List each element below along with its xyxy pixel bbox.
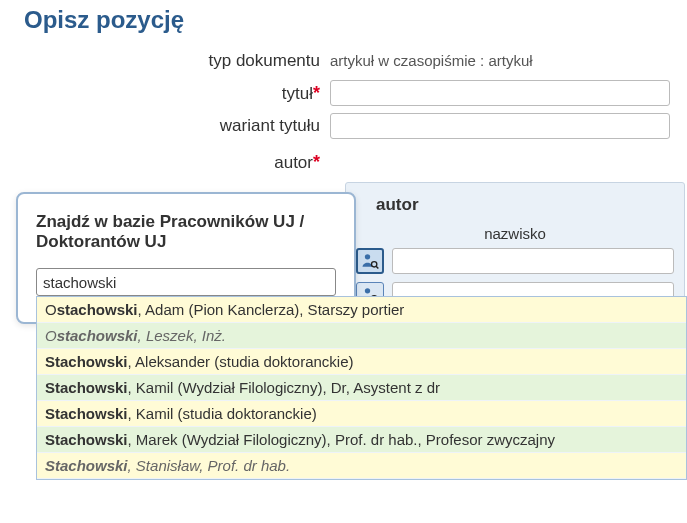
required-mark: * [313, 83, 320, 103]
author-panel-heading: autor [356, 191, 674, 225]
svg-point-0 [365, 254, 370, 259]
autocomplete-list: Ostachowski, Adam (Pion Kanclerza), Star… [36, 296, 687, 480]
label-title: tytuł [282, 84, 313, 103]
author-subhead-surname: nazwisko [356, 225, 674, 248]
autocomplete-item[interactable]: Stachowski, Kamil (Wydział Filologiczny)… [37, 375, 686, 401]
svg-point-1 [372, 262, 377, 267]
autocomplete-item[interactable]: Stachowski, Aleksander (studia doktoranc… [37, 349, 686, 375]
label-title-variant: wariant tytułu [0, 113, 330, 139]
person-search-button[interactable] [356, 248, 384, 274]
svg-point-3 [365, 288, 370, 293]
autocomplete-item[interactable]: Stachowski, Stanisław, Prof. dr hab. [37, 453, 686, 479]
title-variant-input[interactable] [330, 113, 670, 139]
page-title: Opisz pozycję [0, 0, 687, 48]
svg-line-2 [376, 266, 378, 268]
lookup-title: Znajdź w bazie Pracowników UJ / Doktoran… [36, 212, 336, 252]
required-mark: * [313, 152, 320, 172]
autocomplete-item[interactable]: Ostachowski, Adam (Pion Kanclerza), Star… [37, 297, 686, 323]
autocomplete-item[interactable]: Stachowski, Kamil (studia doktoranckie) [37, 401, 686, 427]
author-surname-input-1[interactable] [392, 248, 674, 274]
label-doc-type: typ dokumentu [0, 48, 330, 74]
label-author: autor [274, 153, 313, 172]
autocomplete-item[interactable]: Ostachowski, Leszek, Inż. [37, 323, 686, 349]
title-input[interactable] [330, 80, 670, 106]
autocomplete-item[interactable]: Stachowski, Marek (Wydział Filologiczny)… [37, 427, 686, 453]
lookup-input[interactable] [36, 268, 336, 296]
person-search-icon [360, 251, 380, 271]
value-doc-type: artykuł w czasopiśmie : artykuł [330, 48, 687, 74]
